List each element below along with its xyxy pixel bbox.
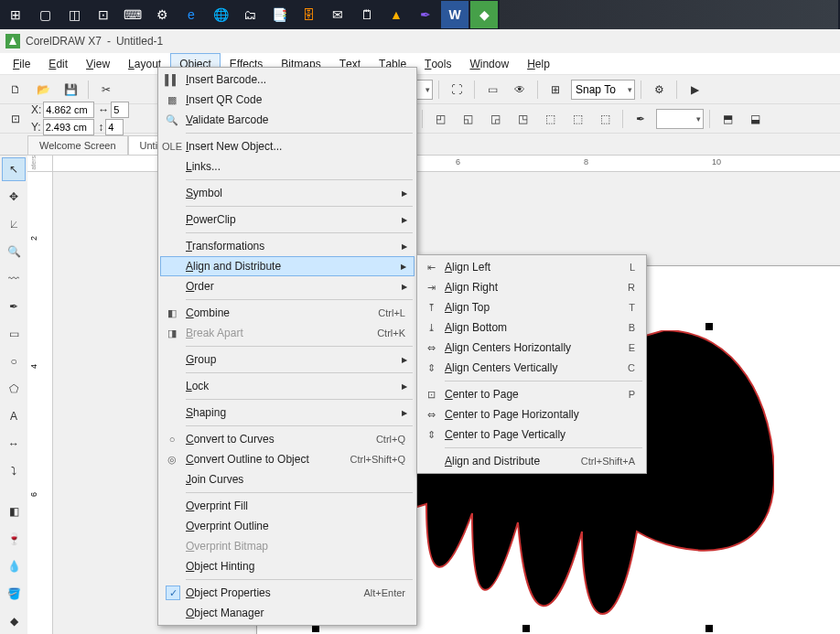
tab-welcome-screen[interactable]: Welcome Screen: [27, 135, 128, 155]
menu-item-center-to-page-horizontally[interactable]: ⇔Center to Page Horizontally: [419, 404, 644, 424]
outline-width-dropdown[interactable]: [656, 109, 704, 129]
menu-item-overprint-fill[interactable]: Overprint Fill: [160, 496, 415, 516]
outline-pen-button[interactable]: ✒: [629, 108, 652, 130]
menu-item-insert-qr-code[interactable]: ▩Insert QR Code: [160, 90, 415, 110]
to-front-button[interactable]: ⬒: [716, 108, 739, 130]
cut-button[interactable]: ✂: [94, 79, 118, 101]
ruler-corner[interactable]: aters: [27, 156, 53, 172]
crop-tool[interactable]: ⟀: [2, 212, 26, 236]
osk-icon[interactable]: ⌨: [119, 1, 146, 28]
menu-item-align-left[interactable]: ⇤Align LeftL: [419, 257, 644, 277]
new-button[interactable]: 🗋: [4, 79, 27, 101]
save-button[interactable]: 💾: [59, 79, 82, 101]
full-screen-button[interactable]: ⛶: [445, 79, 468, 101]
start-button[interactable]: ⊞: [2, 1, 29, 28]
menu-item-align-bottom[interactable]: ⤓Align BottomB: [419, 317, 644, 338]
freehand-tool[interactable]: 〰: [2, 267, 26, 291]
shape-tool[interactable]: ✥: [2, 185, 26, 209]
launch-button[interactable]: ▶: [683, 79, 706, 101]
weld-button[interactable]: ◱: [456, 108, 479, 130]
smart-fill-tool[interactable]: ◆: [2, 609, 26, 633]
pick-tool[interactable]: ↖: [2, 157, 26, 181]
taskbar-app[interactable]: ✒: [412, 1, 439, 28]
mail-icon[interactable]: ✉: [324, 1, 351, 28]
width-input[interactable]: [111, 102, 129, 118]
selection-handle[interactable]: [705, 323, 713, 330]
coreldraw-icon[interactable]: ◆: [470, 1, 498, 28]
trim-button[interactable]: ◲: [483, 108, 507, 130]
settings-icon[interactable]: ⚙: [148, 1, 176, 28]
back-minus-front-button[interactable]: ⬚: [593, 108, 617, 130]
chrome-icon[interactable]: 🌐: [207, 1, 234, 28]
taskbar-app[interactable]: 🗄: [295, 1, 322, 28]
menu-item-align-centers-vertically[interactable]: ⇕Align Centers VerticallyC: [419, 358, 644, 378]
menu-item-order[interactable]: Order▶: [160, 276, 415, 296]
taskbar-icon[interactable]: ⊡: [90, 1, 117, 28]
selection-handle[interactable]: [705, 625, 713, 632]
dimension-tool[interactable]: ↔: [2, 432, 26, 456]
view-button[interactable]: 👁: [508, 79, 532, 101]
menu-edit[interactable]: Edit: [39, 53, 77, 74]
height-input[interactable]: [105, 119, 124, 135]
simplify-button[interactable]: ⬚: [538, 108, 562, 130]
menu-item-insert-new-object[interactable]: OLEInsert New Object...: [160, 136, 415, 156]
menu-item-object-properties[interactable]: ✓Object PropertiesAlt+Enter: [160, 583, 415, 603]
taskbar-icon[interactable]: ◫: [60, 1, 88, 28]
menu-item-join-curves[interactable]: Join Curves: [160, 469, 415, 489]
transparency-tool[interactable]: 🍷: [2, 527, 26, 551]
vertical-ruler[interactable]: 246: [27, 172, 53, 634]
snap-button[interactable]: ⊞: [544, 79, 567, 101]
ellipse-tool[interactable]: ○: [2, 349, 26, 373]
selection-handle[interactable]: [522, 625, 530, 632]
menu-item-links[interactable]: Links...: [160, 156, 415, 177]
selection-handle[interactable]: [705, 469, 713, 477]
menu-item-validate-barcode[interactable]: 🔍Validate Barcode: [160, 110, 415, 130]
rectangle-tool[interactable]: ▭: [2, 322, 26, 346]
menu-item-insert-barcode[interactable]: ▌▌Insert Barcode...: [160, 70, 415, 90]
task-view-icon[interactable]: ▢: [31, 1, 59, 28]
menu-item-center-to-page-vertically[interactable]: ⇕Center to Page Vertically: [419, 424, 644, 445]
eyedropper-tool[interactable]: 💧: [2, 554, 26, 578]
text-tool[interactable]: A: [2, 404, 26, 428]
menu-tools[interactable]: Tools: [415, 53, 460, 74]
menu-item-align-top[interactable]: ⤒Align TopT: [419, 297, 644, 317]
menu-item-object-hinting[interactable]: Object Hinting: [160, 556, 415, 576]
menu-item-lock[interactable]: Lock▶: [160, 376, 415, 396]
word-icon[interactable]: W: [441, 1, 468, 28]
menu-view[interactable]: View: [77, 53, 119, 74]
menu-help[interactable]: Help: [518, 53, 559, 74]
intersect-button[interactable]: ◳: [511, 108, 534, 130]
menu-item-convert-outline-to-object[interactable]: ◎Convert Outline to ObjectCtrl+Shift+Q: [160, 449, 415, 469]
selection-handle[interactable]: [312, 625, 319, 632]
menu-item-object-manager[interactable]: Object Manager: [160, 603, 415, 623]
artistic-media-tool[interactable]: ✒: [2, 295, 26, 318]
zoom-tool[interactable]: 🔍: [2, 240, 26, 263]
drop-shadow-tool[interactable]: ◧: [2, 500, 26, 523]
to-back-button[interactable]: ⬓: [743, 108, 767, 130]
menu-item-align-right[interactable]: ⇥Align RightR: [419, 277, 644, 297]
menu-item-align-centers-horizontally[interactable]: ⇔Align Centers HorizontallyE: [419, 338, 644, 358]
combine-button[interactable]: ◰: [428, 108, 452, 130]
explorer-icon[interactable]: 🗂: [236, 1, 264, 28]
x-position-input[interactable]: [43, 102, 94, 118]
edge-icon[interactable]: e: [178, 1, 205, 28]
notepad-icon[interactable]: 🗒: [353, 1, 381, 28]
taskbar-app[interactable]: 📑: [265, 1, 293, 28]
menu-item-align-and-distribute[interactable]: Align and DistributeCtrl+Shift+A: [419, 451, 644, 471]
menu-item-center-to-page[interactable]: ⊡Center to PageP: [419, 384, 644, 404]
menu-item-convert-to-curves[interactable]: ○Convert to CurvesCtrl+Q: [160, 429, 415, 449]
interactive-fill-tool[interactable]: 🪣: [2, 582, 26, 606]
menu-item-combine[interactable]: ◧CombineCtrl+L: [160, 303, 415, 323]
y-position-input[interactable]: [43, 119, 94, 135]
menu-item-align-and-distribute[interactable]: Align and Distribute▶: [160, 256, 415, 276]
preview-button[interactable]: ▭: [480, 79, 504, 101]
connector-tool[interactable]: ⤵: [2, 459, 26, 483]
menu-item-overprint-outline[interactable]: Overprint Outline: [160, 516, 415, 536]
menu-window[interactable]: Window: [460, 53, 518, 74]
menu-item-group[interactable]: Group▶: [160, 349, 415, 370]
front-minus-back-button[interactable]: ⬚: [565, 108, 589, 130]
snapto-dropdown[interactable]: Snap To: [571, 80, 635, 100]
object-origin-button[interactable]: ⊡: [4, 108, 27, 130]
menu-item-powerclip[interactable]: PowerClip▶: [160, 210, 415, 230]
menu-file[interactable]: File: [4, 53, 39, 74]
